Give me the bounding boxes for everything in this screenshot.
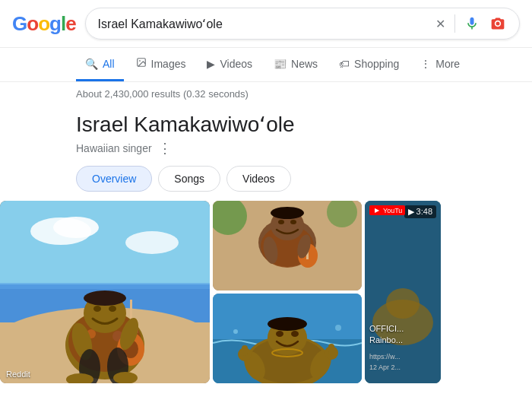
images-icon (136, 57, 147, 70)
images-grid: Reddit (0, 201, 532, 383)
svg-point-0 (496, 22, 500, 26)
svg-rect-57 (328, 344, 334, 354)
news-icon: 📰 (274, 58, 287, 70)
tab-videos[interactable]: ▶ Videos (198, 49, 261, 81)
svg-point-17 (93, 306, 101, 312)
clear-button[interactable]: ✕ (434, 15, 447, 33)
header: Google Israel Kamakawiwoʻole ✕ (0, 0, 532, 48)
main-image[interactable]: Reddit (0, 201, 210, 383)
entity-tabs: Overview Songs Videos (76, 166, 520, 192)
video-thumbnail[interactable]: ▶ 3:48 ▶ YouTu OFFICI... Rainbo... https… (365, 201, 441, 383)
entity-title: Israel Kamakawiwoʻole (76, 112, 520, 137)
svg-point-50 (291, 331, 299, 337)
tab-all[interactable]: 🔍 All (76, 49, 124, 81)
svg-point-51 (268, 317, 307, 331)
svg-point-49 (276, 331, 283, 337)
search-icons: ✕ (434, 14, 507, 33)
svg-point-5 (53, 217, 99, 238)
svg-rect-8 (0, 283, 210, 289)
nav-tabs: 🔍 All Images ▶ Videos 📰 News 🏷 Shopping … (0, 48, 532, 82)
youtube-icon: ▶ (372, 206, 382, 214)
tab-shopping[interactable]: 🏷 Shopping (330, 49, 408, 81)
image-source-label: Reddit (6, 370, 30, 379)
more-options-button[interactable]: ⋮ (158, 140, 172, 157)
svg-point-59 (233, 329, 238, 334)
svg-point-6 (125, 231, 179, 254)
video-title: OFFICI... Rainbo... (369, 323, 436, 345)
videos-icon: ▶ (207, 58, 215, 70)
top-right-image[interactable] (213, 201, 362, 290)
youtube-badge: ▶ YouTu (369, 205, 405, 215)
shopping-icon: 🏷 (339, 58, 350, 70)
mic-button[interactable] (463, 14, 481, 33)
camera-button[interactable] (489, 14, 507, 33)
search-input[interactable]: Israel Kamakawiwoʻole (98, 17, 428, 30)
entity-tab-videos[interactable]: Videos (226, 166, 291, 192)
right-column (213, 201, 362, 383)
video-url: https://w... (369, 353, 436, 360)
svg-point-60 (335, 325, 341, 331)
svg-point-37 (271, 207, 304, 219)
svg-rect-55 (242, 345, 248, 356)
entity-subtitle: Hawaiian singer ⋮ (76, 140, 520, 157)
knowledge-panel: Israel Kamakawiwoʻole Hawaiian singer ⋮ … (0, 106, 532, 192)
svg-point-2 (139, 60, 141, 62)
tab-news[interactable]: 📰 News (264, 49, 327, 81)
tab-images[interactable]: Images (127, 48, 195, 81)
entity-tab-overview[interactable]: Overview (76, 166, 152, 192)
video-date: 12 Apr 2... (369, 363, 436, 371)
svg-point-35 (278, 220, 284, 224)
entity-tab-songs[interactable]: Songs (158, 166, 220, 192)
results-info: About 2,430,000 results (0.32 seconds) (0, 82, 532, 106)
svg-point-19 (84, 290, 126, 306)
video-duration: ▶ 3:48 (404, 205, 436, 218)
tab-more[interactable]: ⋮ More (411, 49, 469, 81)
search-icon: 🔍 (85, 58, 98, 70)
svg-point-64 (386, 288, 420, 319)
svg-point-18 (109, 306, 116, 312)
svg-point-36 (290, 220, 296, 224)
more-icon: ⋮ (420, 58, 431, 70)
bottom-right-image[interactable] (213, 294, 362, 383)
google-logo[interactable]: Google (12, 12, 76, 36)
search-bar: Israel Kamakawiwoʻole ✕ (85, 8, 520, 40)
